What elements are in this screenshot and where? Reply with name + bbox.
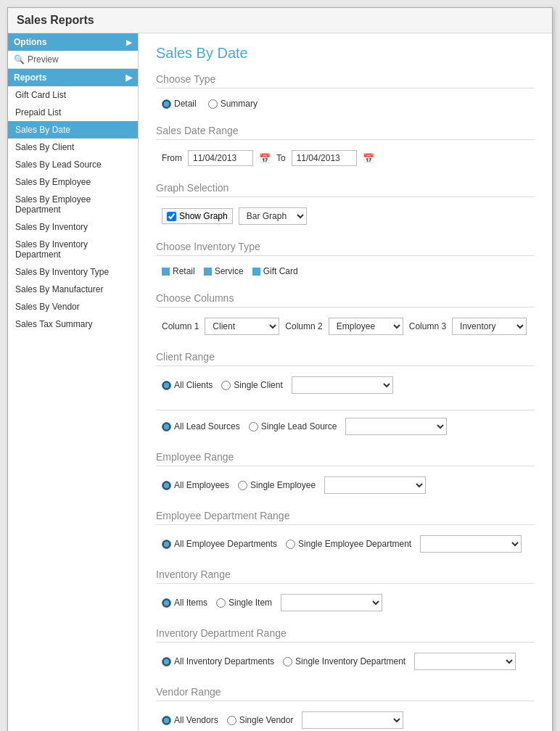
single-employee-radio[interactable]	[238, 481, 247, 490]
single-employee-dept-radio[interactable]	[286, 540, 295, 549]
all-clients-radio[interactable]	[162, 381, 171, 390]
single-item-option[interactable]: Single Item	[216, 598, 272, 608]
sidebar-item-sales-by-inventory-type[interactable]: Sales By Inventory Type	[8, 263, 138, 281]
all-inv-depts-label: All Inventory Departments	[174, 656, 274, 666]
all-vendors-option[interactable]: All Vendors	[162, 715, 218, 725]
sidebar-item-sales-by-lead-source[interactable]: Sales By Lead Source	[8, 156, 138, 173]
inv-dept-select[interactable]	[414, 653, 516, 670]
all-lead-sources-label: All Lead Sources	[174, 421, 240, 431]
sidebar-item-sales-by-date[interactable]: Sales By Date	[8, 121, 138, 139]
sidebar-item-sales-by-client[interactable]: Sales By Client	[8, 139, 138, 156]
all-employee-depts-option[interactable]: All Employee Departments	[162, 539, 277, 549]
vendor-range-section: Vendor Range All Vendors Single Vendor	[156, 686, 535, 731]
employee-dept-range-label: Employee Department Range	[156, 510, 535, 525]
single-client-option[interactable]: Single Client	[221, 380, 282, 390]
type-summary-option[interactable]: Summary	[208, 99, 258, 109]
sidebar-item-sales-by-manufacturer[interactable]: Sales By Manufacturer	[8, 281, 138, 298]
to-date-input[interactable]	[292, 150, 357, 166]
all-employees-option[interactable]: All Employees	[162, 480, 229, 490]
column2-select[interactable]: Employee Client Inventory Lead Source	[329, 318, 403, 335]
gift-card-checkbox-icon	[252, 268, 260, 276]
single-employee-label: Single Employee	[250, 480, 316, 490]
column2-label: Column 2	[285, 321, 322, 331]
all-lead-sources-option[interactable]: All Lead Sources	[162, 421, 240, 431]
lead-source-range-row: All Lead Sources Single Lead Source	[162, 418, 529, 435]
all-vendors-radio[interactable]	[162, 716, 171, 725]
from-label: From	[162, 153, 182, 163]
graph-selection-label: Graph Selection	[156, 182, 535, 197]
all-items-option[interactable]: All Items	[162, 598, 207, 608]
retail-option[interactable]: Retail	[162, 266, 195, 276]
employee-dept-select[interactable]	[420, 535, 522, 553]
type-detail-radio[interactable]	[162, 99, 171, 109]
type-summary-label: Summary	[221, 99, 258, 109]
gift-card-option[interactable]: Gift Card	[252, 266, 298, 276]
options-arrow-icon: ▶	[126, 38, 132, 46]
options-header: Options ▶	[8, 33, 138, 51]
single-employee-option[interactable]: Single Employee	[238, 480, 316, 490]
sidebar-item-sales-by-inventory[interactable]: Sales By Inventory	[8, 218, 138, 236]
single-lead-source-radio[interactable]	[249, 422, 258, 431]
show-graph-box: Show Graph	[162, 208, 233, 224]
type-summary-radio[interactable]	[208, 99, 218, 109]
vendor-range-row: All Vendors Single Vendor	[162, 711, 529, 729]
inventory-dept-range-label: Inventory Department Range	[156, 627, 535, 643]
sidebar: Options ▶ 🔍 Preview Reports ▶ Gift Card …	[8, 33, 139, 731]
choose-type-label: Choose Type	[156, 73, 535, 88]
sidebar-item-sales-tax-summary[interactable]: Sales Tax Summary	[8, 315, 138, 333]
single-lead-source-label: Single Lead Source	[261, 421, 337, 431]
all-items-radio[interactable]	[162, 598, 171, 608]
column3-select[interactable]: Inventory Client Employee Lead Source	[452, 318, 527, 335]
sidebar-item-sales-by-inventory-dept[interactable]: Sales By Inventory Department	[8, 236, 138, 263]
inventory-range-row: All Items Single Item	[162, 594, 529, 611]
all-lead-sources-radio[interactable]	[162, 422, 171, 431]
lead-source-select[interactable]	[345, 418, 447, 435]
page-title: Sales By Date	[156, 45, 535, 62]
preview-button[interactable]: 🔍 Preview	[8, 51, 138, 69]
inventory-type-checkboxes: Retail Service Gift Card	[162, 266, 529, 276]
graph-type-select[interactable]: Bar Graph Line Graph Pie Chart No Graph	[239, 207, 307, 225]
inventory-dept-range-row: All Inventory Departments Single Invento…	[162, 653, 529, 670]
single-employee-dept-option[interactable]: Single Employee Department	[286, 539, 411, 549]
inventory-dept-range-section: Inventory Department Range All Inventory…	[156, 627, 535, 673]
column1-select[interactable]: Client Employee Inventory Lead Source	[205, 318, 279, 335]
main-window: Sales Reports Options ▶ 🔍 Preview Report…	[7, 7, 553, 731]
single-vendor-option[interactable]: Single Vendor	[227, 715, 294, 725]
single-client-radio[interactable]	[221, 381, 231, 390]
sidebar-item-sales-by-vendor[interactable]: Sales By Vendor	[8, 298, 138, 315]
service-option[interactable]: Service	[204, 266, 244, 276]
sidebar-item-sales-by-employee[interactable]: Sales By Employee	[8, 173, 138, 191]
sidebar-item-sales-by-employee-dept[interactable]: Sales By Employee Department	[8, 191, 138, 218]
single-lead-source-option[interactable]: Single Lead Source	[249, 421, 337, 431]
reports-arrow-icon: ▶	[125, 73, 132, 83]
all-employee-depts-radio[interactable]	[162, 540, 171, 549]
all-employees-label: All Employees	[174, 480, 229, 490]
all-employees-radio[interactable]	[162, 481, 171, 490]
all-clients-label: All Clients	[174, 380, 213, 390]
all-inv-depts-option[interactable]: All Inventory Departments	[162, 656, 274, 666]
inventory-range-select[interactable]	[281, 594, 382, 611]
from-date-input[interactable]	[188, 150, 253, 166]
to-calendar-icon[interactable]: 📅	[363, 153, 374, 164]
all-clients-option[interactable]: All Clients	[162, 380, 213, 390]
date-range-section: Sales Date Range From 📅 To 📅	[156, 125, 535, 169]
from-calendar-icon[interactable]: 📅	[259, 153, 271, 164]
sidebar-item-prepaid-list[interactable]: Prepaid List	[8, 104, 138, 121]
column3-label: Column 3	[409, 321, 446, 331]
sidebar-item-gift-card-list[interactable]: Gift Card List	[8, 86, 138, 104]
employee-range-select[interactable]	[324, 476, 426, 494]
choose-columns-label: Choose Columns	[156, 292, 535, 307]
graph-selection-section: Graph Selection Show Graph Bar Graph Lin…	[156, 182, 535, 228]
single-inv-dept-radio[interactable]	[283, 657, 292, 666]
all-inv-depts-radio[interactable]	[162, 657, 171, 666]
lead-source-range-section: All Lead Sources Single Lead Source	[156, 415, 535, 438]
single-inv-dept-option[interactable]: Single Inventory Department	[283, 656, 405, 666]
client-range-select[interactable]	[292, 376, 393, 394]
single-item-radio[interactable]	[216, 598, 226, 608]
show-graph-checkbox[interactable]	[167, 212, 176, 221]
single-vendor-radio[interactable]	[227, 716, 236, 725]
employee-dept-range-section: Employee Department Range All Employee D…	[156, 510, 535, 556]
sidebar-items: Gift Card ListPrepaid ListSales By DateS…	[8, 86, 138, 333]
type-detail-option[interactable]: Detail	[162, 99, 197, 109]
vendor-select[interactable]	[302, 711, 403, 729]
